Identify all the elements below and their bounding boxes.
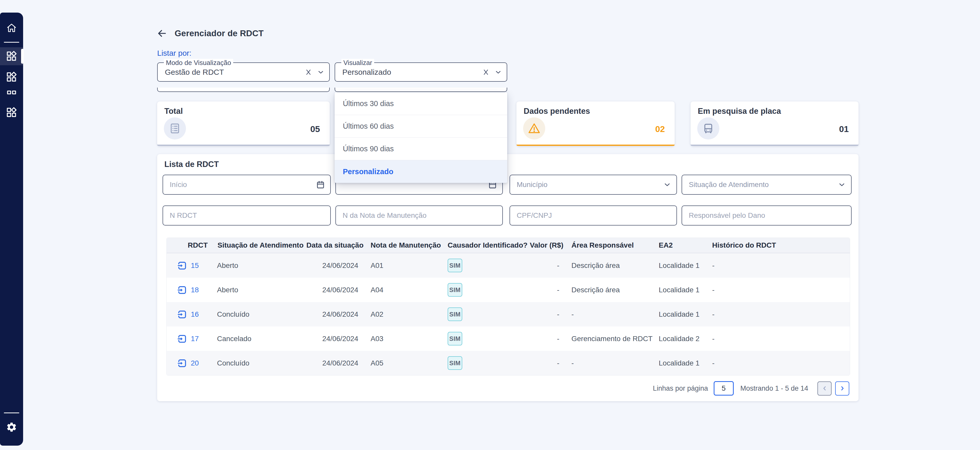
card-dados-title: Dados pendentes <box>523 107 590 116</box>
car-icon <box>697 118 719 140</box>
clear-icon[interactable] <box>482 68 490 76</box>
n-rdct-input[interactable] <box>170 206 309 225</box>
sidebar-item-modules[interactable] <box>0 68 23 86</box>
cell-data: 24/06/2024 <box>305 335 369 343</box>
visualizar-select[interactable]: Visualizar Personalizado <box>335 62 507 82</box>
rdct-id-link[interactable]: 16 <box>191 310 199 318</box>
cell-historico: - <box>711 310 850 318</box>
menu-item-60-dias[interactable]: Últimos 60 dias <box>335 115 507 138</box>
arrow-left-icon <box>156 28 167 39</box>
cell-valor: - <box>528 286 563 294</box>
col-rdct: RDCT <box>167 241 215 250</box>
chevron-left-icon <box>821 385 828 392</box>
cell-area: Gerenciamento de RDCT <box>563 335 657 343</box>
inicio-date-input[interactable] <box>170 175 309 194</box>
open-rdct-icon[interactable] <box>177 261 187 270</box>
table-row: 15 Aberto 24/06/2024 A01 SIM - Descrição… <box>167 253 850 278</box>
cell-situacao: Concluído <box>215 310 305 318</box>
cpf-cnpj-field[interactable] <box>509 205 677 226</box>
chevron-down-icon[interactable] <box>494 68 502 76</box>
back-button[interactable] <box>156 28 167 39</box>
sidebar-item-rdct-active[interactable] <box>0 47 23 65</box>
warning-icon <box>523 118 545 140</box>
sidebar-divider-bottom <box>4 412 19 413</box>
list-icon <box>164 118 186 140</box>
municipio-placeholder: Município <box>517 181 547 189</box>
sidebar-item-services[interactable] <box>0 103 23 122</box>
cpf-cnpj-input[interactable] <box>517 206 655 225</box>
sidebar <box>0 13 23 446</box>
inicio-period-stub[interactable] <box>157 87 330 92</box>
visualizar-value: Personalizado <box>342 68 391 76</box>
table-row: 16 Concluído 24/06/2024 A02 SIM - - Loca… <box>167 302 850 326</box>
rdct-id-link[interactable]: 18 <box>191 286 199 294</box>
rdct-id-link[interactable]: 15 <box>191 261 199 270</box>
situacao-placeholder: Situação de Atendimento <box>689 181 768 189</box>
lista-rdct-panel: Lista de RDCT Município <box>157 154 859 401</box>
modo-visualizacao-select[interactable]: Modo de Visualização Gestão de RDCT <box>157 62 330 82</box>
cell-ea2: Localidade 1 <box>657 261 711 270</box>
page-title: Gerenciador de RDCT <box>175 29 264 38</box>
cell-nota: A03 <box>369 335 446 343</box>
nota-manutencao-field[interactable] <box>336 205 503 226</box>
home-icon[interactable] <box>0 19 23 37</box>
causador-badge: SIM <box>448 283 462 297</box>
cell-area: Descrição área <box>563 261 657 270</box>
rdct-id-link[interactable]: 17 <box>191 335 199 343</box>
cell-situacao: Aberto <box>215 286 305 294</box>
apps-icon <box>6 107 17 118</box>
rdct-id-link[interactable]: 20 <box>191 359 199 367</box>
n-rdct-field[interactable] <box>162 205 331 226</box>
col-valor: Valor (R$) <box>528 241 563 250</box>
previous-page-button[interactable] <box>818 382 832 396</box>
rdct-manager-page: Gerenciador de RDCT Listar por: Modo de … <box>0 0 980 450</box>
menu-item-90-dias[interactable]: Últimos 90 dias <box>335 138 507 160</box>
sidebar-item-panels[interactable] <box>0 86 23 99</box>
two-squares-icon <box>6 87 17 98</box>
municipio-select[interactable]: Município <box>509 175 677 195</box>
card-accent <box>157 145 330 146</box>
sidebar-divider <box>4 42 19 43</box>
next-page-button[interactable] <box>835 382 849 396</box>
card-total-value: 05 <box>310 124 320 134</box>
table-row: 18 Aberto 24/06/2024 A04 SIM - Descrição… <box>167 278 850 302</box>
card-total: Total 05 <box>157 102 330 146</box>
calendar-icon[interactable] <box>316 180 325 189</box>
card-pesquisa-placa: Em pesquisa de placa 01 <box>690 102 859 146</box>
rows-per-page-input[interactable] <box>714 381 734 396</box>
cell-valor: - <box>528 359 563 367</box>
menu-item-personalizado[interactable]: Personalizado <box>335 160 507 183</box>
cell-area: Descrição área <box>563 286 657 294</box>
situacao-atendimento-select[interactable]: Situação de Atendimento <box>682 175 851 195</box>
open-rdct-icon[interactable] <box>177 285 187 294</box>
cell-area: - <box>563 359 657 367</box>
card-accent-orange <box>517 145 675 146</box>
active-indicator <box>21 49 24 64</box>
responsavel-dano-input[interactable] <box>689 206 829 225</box>
inicio-date-field[interactable] <box>162 175 331 195</box>
open-rdct-icon[interactable] <box>177 334 187 343</box>
chevron-down-icon[interactable] <box>663 181 671 189</box>
chevron-down-icon[interactable] <box>838 181 846 189</box>
card-dados-pendentes: Dados pendentes 02 <box>517 102 675 146</box>
cell-situacao: Aberto <box>215 261 305 270</box>
cell-data: 24/06/2024 <box>305 359 369 367</box>
col-area: Área Responsável <box>563 241 657 250</box>
fim-period-stub[interactable] <box>335 87 507 92</box>
card-pesquisa-value: 01 <box>839 124 849 134</box>
causador-badge: SIM <box>448 307 462 321</box>
gear-icon[interactable] <box>0 418 23 436</box>
open-rdct-icon[interactable] <box>177 310 187 319</box>
col-situacao: Situação de Atendimento <box>215 241 305 250</box>
cell-ea2: Localidade 1 <box>657 286 711 294</box>
causador-badge: SIM <box>448 356 462 370</box>
open-rdct-icon[interactable] <box>177 358 187 368</box>
chevron-down-icon[interactable] <box>317 68 325 76</box>
cell-situacao: Concluído <box>215 359 305 367</box>
menu-item-30-dias[interactable]: Últimos 30 dias <box>335 92 507 115</box>
nota-manutencao-input[interactable] <box>343 206 481 225</box>
responsavel-dano-field[interactable] <box>682 205 851 226</box>
chevron-right-icon <box>839 385 846 392</box>
cell-valor: - <box>528 261 563 270</box>
clear-icon[interactable] <box>305 68 312 76</box>
